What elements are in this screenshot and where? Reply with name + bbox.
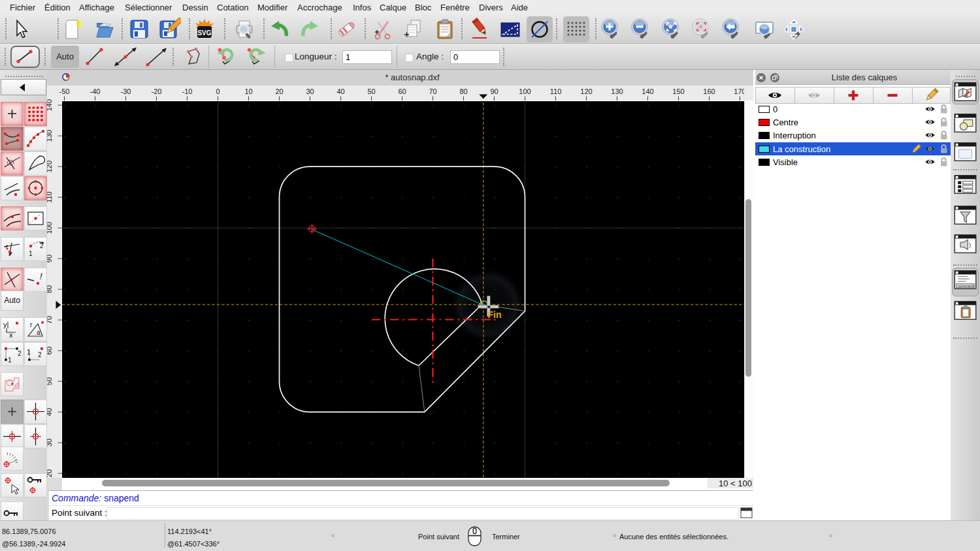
svg-text:170: 170: [734, 87, 744, 95]
svg-text:20: 20: [275, 87, 283, 95]
svg-text:r: r: [30, 321, 33, 328]
svg-text:SVG: SVG: [197, 29, 211, 37]
svg-text:20: 20: [47, 469, 54, 477]
svg-text:60: 60: [398, 87, 406, 95]
svg-text:80: 80: [47, 285, 54, 293]
svg-text:1: 1: [27, 349, 31, 356]
svg-text:30: 30: [306, 87, 314, 95]
svg-text:-20: -20: [152, 87, 162, 95]
svg-text:70: 70: [47, 316, 54, 324]
svg-text:y|: y|: [3, 321, 8, 328]
svg-text:110: 110: [47, 191, 54, 203]
svg-text:100: 100: [519, 87, 531, 95]
svg-text:110: 110: [550, 87, 562, 95]
svg-text:2: 2: [18, 350, 22, 357]
svg-text:50: 50: [47, 377, 54, 385]
svg-text:90: 90: [490, 87, 498, 95]
svg-text:1: 1: [8, 356, 12, 364]
svg-text:80: 80: [459, 87, 467, 95]
svg-text:100: 100: [47, 222, 54, 234]
svg-text:a: a: [37, 329, 41, 336]
svg-text:120: 120: [47, 161, 54, 172]
svg-text:1: 1: [29, 250, 33, 257]
svg-text:-10: -10: [182, 87, 193, 95]
svg-text:0: 0: [216, 87, 220, 95]
svg-text:30: 30: [47, 439, 54, 447]
svg-text:130: 130: [611, 87, 623, 95]
svg-text:50: 50: [367, 87, 375, 95]
svg-text:120: 120: [580, 87, 592, 95]
svg-text:140: 140: [642, 87, 653, 95]
svg-text:!: !: [39, 271, 44, 281]
svg-text:130: 130: [47, 130, 54, 142]
svg-text:2: 2: [40, 242, 44, 249]
svg-text:10: 10: [244, 87, 252, 95]
svg-text:40: 40: [336, 87, 344, 95]
svg-text:160: 160: [703, 87, 715, 95]
svg-text:2: 2: [38, 351, 42, 358]
svg-text:-50: -50: [59, 87, 70, 95]
svg-text:command: command: [958, 284, 974, 288]
svg-text:-40: -40: [90, 87, 101, 95]
svg-text:150: 150: [672, 87, 684, 95]
svg-text:40: 40: [47, 408, 54, 416]
svg-text:70: 70: [429, 87, 436, 95]
svg-text:Fin: Fin: [488, 309, 502, 320]
svg-text:60: 60: [47, 347, 54, 354]
svg-text:-30: -30: [121, 87, 131, 95]
svg-text:90: 90: [47, 255, 54, 262]
